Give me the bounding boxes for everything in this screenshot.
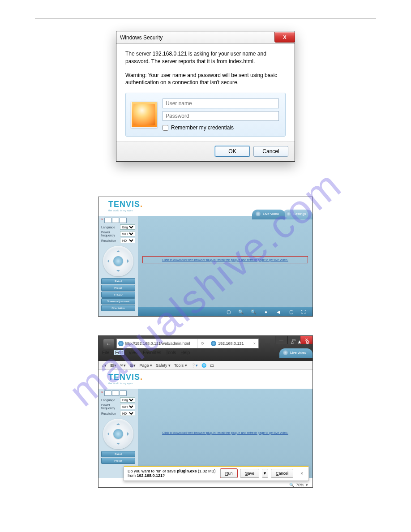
tenvis-logo: TENVIS. <box>108 200 313 209</box>
mic-icon[interactable]: ● <box>263 309 269 314</box>
ptz-left-icon[interactable] <box>106 432 109 436</box>
language-select[interactable]: English <box>120 224 135 230</box>
menu-tools[interactable]: Tools <box>166 350 176 355</box>
ie-menubar: File Edit View Favorites Tools Help <box>102 350 190 355</box>
tenvis-logo: TENVIS. <box>108 373 313 382</box>
save-dropdown-button[interactable]: ▼ <box>262 469 268 478</box>
save-button[interactable]: Save <box>240 469 259 478</box>
resolution-label: Resolution <box>101 239 116 242</box>
password-input[interactable] <box>163 111 279 121</box>
preset-button[interactable]: Preset <box>101 458 135 464</box>
ptz-control[interactable] <box>103 419 133 449</box>
record-icon[interactable]: ▢ <box>288 309 294 314</box>
speaker-icon[interactable]: ◀ <box>276 309 281 314</box>
layout-1-icon[interactable] <box>104 390 111 396</box>
help-icon[interactable]: ❔▾ <box>191 363 198 368</box>
tenvis-screenshot-1: TENVIS. the world in my eyes Live video … <box>98 197 313 317</box>
ok-button[interactable]: OK <box>215 146 250 157</box>
cancel-button[interactable]: Cancel <box>253 146 288 157</box>
browser-tab[interactable]: 192.168.0.121× <box>208 341 258 346</box>
minimize-button[interactable]: — <box>275 336 287 344</box>
ptz-right-icon[interactable] <box>127 259 131 263</box>
powerfreq-select[interactable]: 50HZ <box>120 231 135 236</box>
ptz-up-icon[interactable] <box>116 249 120 252</box>
powerfreq-select[interactable]: 50HZ <box>120 404 135 409</box>
patrol-button[interactable]: Patrol <box>101 451 135 457</box>
orientation-button[interactable]: Orientation <box>101 305 135 311</box>
ptz-down-icon[interactable] <box>116 443 120 446</box>
url-input[interactable]: http://192.168.0.121/web/admin.html <box>117 339 197 348</box>
video-viewport: Click to download web browser plug-in.In… <box>138 216 313 316</box>
ptz-down-icon[interactable] <box>116 270 120 274</box>
ptz-up-icon[interactable] <box>116 421 120 425</box>
back-button[interactable]: ← <box>103 339 114 349</box>
zoom-indicator[interactable]: 🔍 70% ▾ <box>289 483 308 487</box>
notif-close-icon[interactable]: × <box>296 469 305 478</box>
close-button[interactable]: X <box>274 32 295 43</box>
tab-live-video[interactable]: Live video <box>279 348 313 358</box>
snapshot-icon[interactable]: ▢ <box>226 309 231 314</box>
zoom-out-icon[interactable]: 🔍 <box>251 309 256 314</box>
close-icon[interactable]: × <box>101 390 103 396</box>
language-label: Language <box>101 399 115 402</box>
layout-4-icon[interactable] <box>112 218 119 223</box>
addon-icon[interactable]: 🌐 <box>201 363 206 368</box>
remember-checkbox[interactable] <box>163 125 168 131</box>
close-icon[interactable]: × <box>101 218 103 223</box>
dialog-message-server: The server 192.168.0.121 is asking for y… <box>125 50 286 65</box>
tenvis-sidebar: × LanguageEnglish Power frequency50HZ Re… <box>98 216 138 316</box>
language-label: Language <box>101 226 115 229</box>
credentials-panel: Remember my credentials <box>125 93 286 137</box>
tools-menu[interactable]: Tools ▾ <box>174 363 187 368</box>
menu-help[interactable]: Help <box>180 350 190 355</box>
tab-live-video[interactable]: Live video <box>252 210 285 219</box>
mail-icon[interactable]: ✉▾ <box>120 363 126 368</box>
resolution-select[interactable]: HD <box>120 411 135 416</box>
menu-favorites[interactable]: Favorites <box>143 350 161 355</box>
plugin-download-link[interactable]: Click to download web browser plug-in.In… <box>142 256 308 263</box>
favorites-icon[interactable]: ★ <box>297 339 302 345</box>
tenvis-sidebar: × LanguageEnglish Power frequency50HZ Re… <box>98 389 138 478</box>
notif-cancel-button[interactable]: Cancel <box>271 469 293 478</box>
addon-icon-2[interactable]: 🗂 <box>210 363 214 368</box>
tenvis-header: TENVIS. the world in my eyes Live video <box>98 370 313 389</box>
tenvis-tagline: the world in my eyes <box>108 382 313 385</box>
ptz-right-icon[interactable] <box>127 432 131 436</box>
resolution-select[interactable]: HD <box>120 238 135 243</box>
safety-menu[interactable]: Safety ▾ <box>156 363 171 368</box>
home-icon[interactable]: ⌂ <box>291 339 294 345</box>
home-icon[interactable]: ⌂▾ <box>102 363 107 368</box>
page-menu[interactable]: Page ▾ <box>139 363 152 368</box>
feeds-icon[interactable]: ▦▾ <box>110 363 116 368</box>
print-icon[interactable]: 🖶▾ <box>129 363 136 368</box>
notification-message: Do you want to run or save plugin.exe (1… <box>128 469 218 478</box>
menu-edit[interactable]: Edit <box>114 350 124 355</box>
menu-file[interactable]: File <box>102 350 109 355</box>
fullscreen-icon[interactable]: ⛶ <box>301 309 306 314</box>
search-refresh-icon[interactable]: ⟳ <box>197 341 208 346</box>
layout-1-icon[interactable] <box>104 218 111 223</box>
patrol-button[interactable]: Patrol <box>101 278 135 284</box>
remember-credentials-checkbox[interactable]: Remember my credentials <box>163 124 279 131</box>
username-input[interactable] <box>163 99 279 108</box>
plugin-download-link[interactable]: Click to download web browser plug-in.In… <box>142 429 308 436</box>
irled-button[interactable]: IR LED <box>101 292 135 298</box>
ptz-center-icon[interactable] <box>113 429 123 439</box>
layout-9-icon[interactable] <box>120 390 127 396</box>
ptz-left-icon[interactable] <box>106 259 109 263</box>
run-button[interactable]: Run <box>220 469 238 478</box>
tab-close-icon[interactable]: × <box>253 341 256 346</box>
layout-9-icon[interactable] <box>120 218 127 223</box>
tools-gear-icon[interactable]: ⚙ <box>305 339 310 345</box>
page-rule <box>35 18 376 18</box>
layout-4-icon[interactable] <box>112 390 119 396</box>
ptz-center-icon[interactable] <box>113 256 123 266</box>
screen-adjustment-button[interactable]: Screen adjustment <box>101 298 135 305</box>
zoom-in-icon[interactable]: 🔍 <box>238 309 244 314</box>
language-select[interactable]: English <box>120 397 135 403</box>
dialog-titlebar[interactable]: Windows Security X <box>116 31 295 44</box>
ptz-control[interactable] <box>103 246 133 276</box>
preset-button[interactable]: Preset <box>101 285 135 291</box>
menu-view[interactable]: View <box>128 350 138 355</box>
dialog-body: The server 192.168.0.121 is asking for y… <box>116 44 295 141</box>
